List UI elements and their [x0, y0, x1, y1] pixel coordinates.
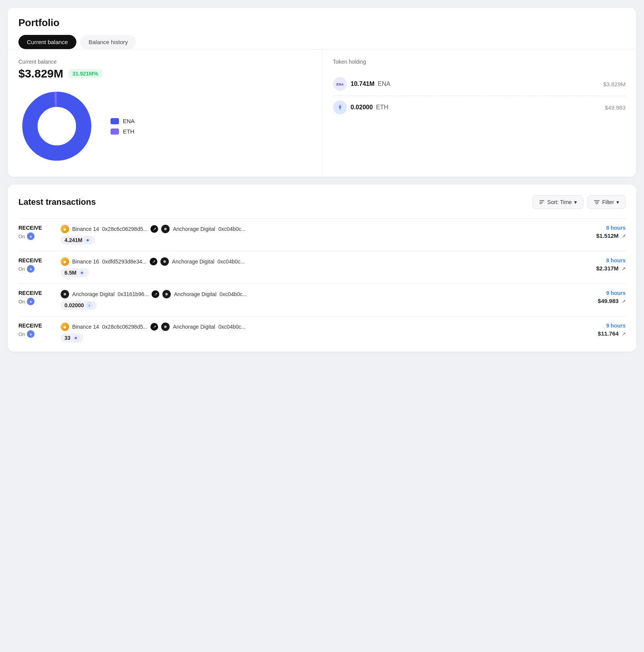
tx-on-4: On ♦ — [18, 330, 61, 338]
tx-address-row-from-1: ◆ Binance 14 0x28c6c06298d5... ↗ ⊗ Ancho… — [61, 225, 572, 233]
legend-color-eth — [111, 128, 119, 135]
tx-middle-1: ◆ Binance 14 0x28c6c06298d5... ↗ ⊗ Ancho… — [61, 225, 572, 245]
table-row: RECEIVE On ♦ ⊗ Anchorage Digital 0x3161b… — [18, 283, 626, 316]
tx-time-4: 9 hours — [572, 323, 626, 329]
tx-to-name-4: Anchorage Digital — [173, 324, 215, 330]
tx-on-1: On ♦ — [18, 232, 61, 240]
legend-label-ena: ENA — [123, 118, 135, 124]
table-row: RECEIVE On ♦ ◆ Binance 14 0x28c6c06298d5… — [18, 316, 626, 349]
portfolio-title: Portfolio — [18, 17, 626, 29]
tx-amount-area-3: 0.02000 ♦ — [61, 301, 572, 310]
sort-button[interactable]: Sort: Time ▾ — [532, 195, 583, 209]
tx-type-3: RECEIVE — [18, 290, 61, 296]
tx-amount-2: 6.5M — [64, 270, 76, 276]
eth-chain-icon-2: ♦ — [27, 265, 35, 273]
legend-color-ena — [111, 118, 119, 124]
tx-from-name-3: Anchorage Digital — [72, 291, 115, 297]
eth-chain-icon-1: ♦ — [27, 232, 35, 240]
tx-time-1: 8 hours — [572, 225, 626, 231]
balance-pct: 31.921M% — [69, 69, 102, 78]
ena-svg: ENA — [336, 80, 344, 88]
tx-from-addr-2: 0xdfd5293d8e34... — [102, 258, 147, 265]
eth-icon — [333, 100, 347, 114]
legend-item-eth: ETH — [111, 128, 135, 135]
ext-link-icon-2[interactable]: ↗ — [622, 266, 626, 272]
tx-middle-3: ⊗ Anchorage Digital 0x3161b96... ↗ ⊗ Anc… — [61, 290, 572, 310]
tx-arrow-3: ↗ — [152, 290, 159, 298]
tx-amount-4: 33 — [64, 335, 71, 341]
filter-icon — [594, 199, 600, 205]
token-holding-label: Token holding — [333, 59, 626, 65]
tab-current-balance[interactable]: Current balance — [18, 35, 76, 49]
portfolio-body: Current balance $3.829M 31.921M% E — [8, 49, 636, 177]
tx-to-name-2: Anchorage Digital — [172, 258, 215, 265]
tx-usd-2: $2.317M ↗ — [572, 265, 626, 272]
filter-button[interactable]: Filter ▾ — [587, 195, 626, 209]
ena-amount: 10.741M — [351, 81, 375, 87]
tx-type-col-2: RECEIVE On ♦ — [18, 257, 61, 273]
tx-to-addr-4: 0xc04b0c... — [218, 324, 246, 330]
tx-amount-tag-1: 4.241M ⊕ — [61, 235, 95, 245]
balance-row: $3.829M 31.921M% — [18, 67, 311, 80]
eth-chain-icon-4: ♦ — [27, 330, 35, 338]
transactions-card: Latest transactions Sort: Time ▾ Filter — [8, 184, 636, 352]
tx-type-col-1: RECEIVE On ♦ — [18, 225, 61, 240]
tx-amount-area-4: 33 ⊕ — [61, 333, 572, 342]
tx-address-row-from-3: ⊗ Anchorage Digital 0x3161b96... ↗ ⊗ Anc… — [61, 290, 572, 298]
tx-from-name-2: Binance 16 — [72, 258, 99, 265]
ena-icon: ENA — [333, 77, 347, 91]
tab-balance-history[interactable]: Balance history — [80, 35, 137, 49]
ext-link-icon-1[interactable]: ↗ — [622, 234, 626, 239]
tx-arrow-1: ↗ — [150, 225, 158, 233]
transactions-title: Latest transactions — [18, 197, 96, 207]
tx-to-addr-2: 0xc04b0c... — [218, 258, 245, 265]
eth-chain-icon-3: ♦ — [27, 298, 35, 305]
anchorage-icon-to-3: ⊗ — [162, 290, 171, 298]
portfolio-right: Token holding ENA 10.741M ENA $3.829M — [322, 49, 637, 177]
ext-link-icon-4[interactable]: ↗ — [622, 331, 626, 337]
tx-right-3: 9 hours $49.983 ↗ — [572, 290, 626, 304]
tx-on-label-4: On — [18, 331, 25, 337]
token-row-eth: 0.02000 ETH $49.983 — [333, 96, 626, 119]
tx-amount-tag-4: 33 ⊕ — [61, 333, 83, 342]
tx-on-label-2: On — [18, 266, 25, 272]
tx-type-2: RECEIVE — [18, 257, 61, 263]
tx-usd-3: $49.983 ↗ — [572, 298, 626, 304]
tx-right-1: 8 hours $1.512M ↗ — [572, 225, 626, 239]
tx-from-name-4: Binance 14 — [72, 324, 99, 330]
tx-arrow-4: ↗ — [150, 323, 158, 331]
tx-usd-1: $1.512M ↗ — [572, 232, 626, 239]
sort-icon — [539, 199, 545, 205]
legend-label-eth: ETH — [123, 128, 134, 135]
tx-address-row-from-4: ◆ Binance 14 0x28c6c06298d5... ↗ ⊗ Ancho… — [61, 323, 572, 331]
token-left-ena: ENA 10.741M ENA — [333, 77, 391, 91]
ext-link-icon-3[interactable]: ↗ — [622, 299, 626, 304]
balance-label: Current balance — [18, 59, 311, 65]
donut-area: ENA ETH — [18, 88, 311, 165]
anchorage-icon-1: ⊗ — [161, 225, 170, 233]
tx-to-addr-3: 0xc04b0c... — [220, 291, 247, 297]
filter-label: Filter — [602, 199, 614, 205]
tx-amount-1: 4.241M — [64, 237, 83, 243]
eth-amount: 0.02000 — [351, 104, 373, 110]
tx-from-addr-4: 0x28c6c06298d5... — [102, 324, 147, 330]
token-row-ena: ENA 10.741M ENA $3.829M — [333, 72, 626, 96]
tx-token-icon-1: ⊕ — [84, 237, 91, 244]
tx-token-icon-4: ⊕ — [73, 334, 79, 341]
filter-chevron-icon: ▾ — [616, 199, 619, 205]
transactions-header: Latest transactions Sort: Time ▾ Filter — [18, 195, 626, 209]
tx-middle-2: ◆ Binance 16 0xdfd5293d8e34... ↗ ⊗ Ancho… — [61, 257, 572, 277]
tx-amount-area-2: 6.5M ⊕ — [61, 268, 572, 277]
balance-amount: $3.829M — [18, 67, 63, 80]
eth-symbol: ETH — [376, 104, 388, 110]
eth-value: $49.983 — [605, 104, 626, 111]
tx-token-icon-3: ♦ — [86, 302, 93, 309]
legend-item-ena: ENA — [111, 118, 135, 124]
tx-amount-3: 0.02000 — [64, 302, 84, 308]
tab-row: Current balance Balance history — [18, 35, 626, 49]
tx-from-addr-1: 0x28c6c06298d5... — [102, 226, 147, 232]
tx-arrow-2: ↗ — [150, 258, 157, 265]
tx-type-1: RECEIVE — [18, 225, 61, 231]
tx-time-3: 9 hours — [572, 290, 626, 296]
donut-chart — [18, 88, 95, 165]
